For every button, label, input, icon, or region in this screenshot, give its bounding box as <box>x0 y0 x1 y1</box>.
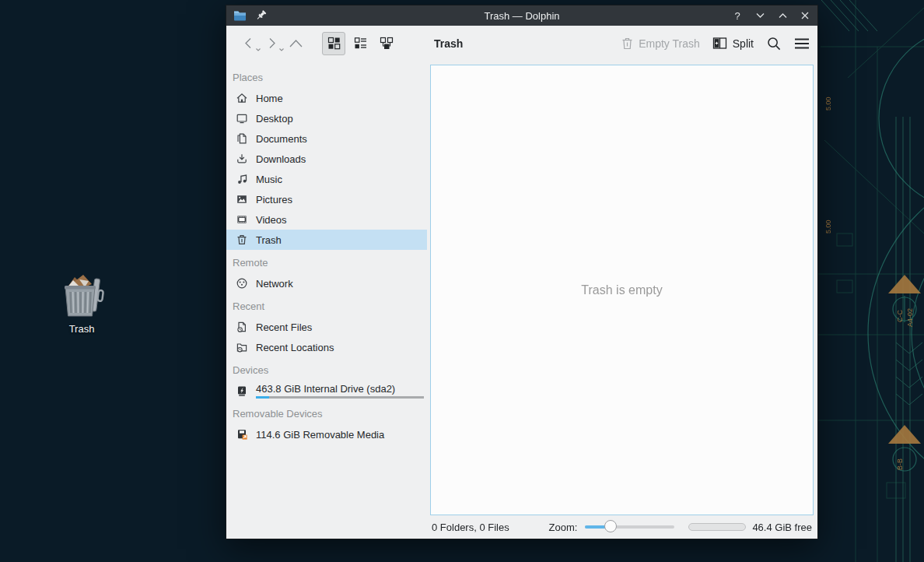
network-icon <box>236 277 248 290</box>
sidebar-item-label: 463.8 GiB Internal Drive (sda2) <box>256 383 395 395</box>
details-view-icon <box>354 37 367 50</box>
window-folder-icon <box>233 10 247 21</box>
trash-icon <box>236 234 248 246</box>
sidebar-item-label: Recent Locations <box>256 342 334 353</box>
details-view-button[interactable] <box>348 32 372 55</box>
hard-drive-icon <box>236 385 248 397</box>
split-button[interactable]: Split <box>712 37 754 50</box>
tree-view-button[interactable] <box>375 32 398 55</box>
documents-icon <box>236 132 248 145</box>
section-places: Places <box>226 65 427 88</box>
sidebar-item-documents[interactable]: Documents <box>226 128 427 149</box>
search-icon <box>766 36 782 51</box>
drive-usage-bar <box>256 396 424 399</box>
sidebar-item-label: Network <box>256 278 293 290</box>
sidebar-item-recent-locations[interactable]: Recent Locations <box>226 337 427 357</box>
maximize-button[interactable] <box>777 10 788 21</box>
empty-trash-button[interactable]: Empty Trash <box>621 37 700 50</box>
statusbar: 0 Folders, 0 Files Zoom: 46.4 GiB free <box>430 515 814 539</box>
removable-media-icon <box>236 428 248 441</box>
sidebar-item-label: Documents <box>256 133 307 145</box>
hamburger-menu-icon <box>794 37 810 50</box>
svg-text:B-B: B-B <box>896 458 904 470</box>
section-removable-devices: Removable Devices <box>226 401 427 424</box>
pin-icon[interactable] <box>256 10 268 22</box>
videos-icon <box>236 213 248 226</box>
up-button[interactable] <box>289 38 303 48</box>
icons-view-icon <box>327 37 341 50</box>
sidebar-item-trash[interactable]: Trash <box>226 230 427 250</box>
sidebar-item-label: Videos <box>256 214 287 226</box>
sidebar-item-label: Home <box>256 93 283 104</box>
sidebar-item-music[interactable]: Music <box>226 169 427 189</box>
desktop-icon <box>236 112 248 125</box>
forward-history-caret-icon <box>278 47 285 52</box>
minimize-button[interactable] <box>754 10 765 21</box>
sidebar-item-desktop[interactable]: Desktop <box>226 108 427 128</box>
forward-button[interactable] <box>265 37 278 50</box>
empty-trash-label: Empty Trash <box>639 37 700 50</box>
zoom-label: Zoom: <box>549 522 578 533</box>
folder-view[interactable]: Trash is empty <box>430 65 814 515</box>
empty-trash-icon <box>621 37 633 50</box>
back-button[interactable] <box>242 37 255 50</box>
svg-text:A4-02: A4-02 <box>906 308 914 327</box>
sidebar-item-pictures[interactable]: Pictures <box>226 189 427 209</box>
trash-full-icon <box>58 271 106 321</box>
section-recent: Recent <box>226 293 427 317</box>
sidebar-item-downloads[interactable]: Downloads <box>226 149 427 169</box>
hamburger-menu-button[interactable] <box>794 37 810 50</box>
location-breadcrumb[interactable]: Trash <box>434 37 463 50</box>
tree-view-icon <box>380 37 394 50</box>
desktop-trash-label: Trash <box>45 323 118 335</box>
desktop-trash-icon[interactable]: Trash <box>45 271 118 335</box>
icons-view-button[interactable] <box>322 32 345 55</box>
free-space-bar <box>688 523 746 531</box>
items-summary: 0 Folders, 0 Files <box>432 522 509 533</box>
sidebar-item-label: Recent Files <box>256 321 312 333</box>
split-label: Split <box>733 37 754 50</box>
svg-text:5.00: 5.00 <box>824 220 832 234</box>
recent-files-icon <box>236 321 248 333</box>
free-space-label: 46.4 GiB free <box>752 522 812 533</box>
section-remote: Remote <box>226 250 427 273</box>
music-icon <box>236 173 248 185</box>
dolphin-window: Trash — Dolphin ? <box>226 5 818 539</box>
search-button[interactable] <box>766 36 782 51</box>
downloads-icon <box>236 153 248 165</box>
sidebar-item-home[interactable]: Home <box>226 88 427 108</box>
pictures-icon <box>236 193 248 205</box>
sidebar-item-label: Music <box>256 174 282 185</box>
sidebar-item-removable-media[interactable]: 114.6 GiB Removable Media <box>226 424 427 444</box>
help-button[interactable]: ? <box>732 10 743 21</box>
svg-text:5.00: 5.00 <box>824 97 832 111</box>
close-button[interactable] <box>800 10 810 21</box>
zoom-slider-handle[interactable] <box>604 520 617 532</box>
recent-locations-icon <box>236 341 248 353</box>
section-devices: Devices <box>226 357 427 381</box>
sidebar-item-label: Trash <box>256 234 282 246</box>
sidebar-item-internal-drive[interactable]: 463.8 GiB Internal Drive (sda2) <box>226 381 427 401</box>
sidebar-item-videos[interactable]: Videos <box>226 209 427 230</box>
sidebar-item-label: 114.6 GiB Removable Media <box>256 429 384 441</box>
toolbar: Trash Empty Trash Split <box>226 26 817 61</box>
sidebar-item-label: Desktop <box>256 113 293 125</box>
zoom-slider[interactable] <box>585 520 674 534</box>
svg-text:C-C: C-C <box>896 310 904 322</box>
split-view-icon <box>712 37 727 50</box>
window-title: Trash — Dolphin <box>226 10 817 22</box>
sidebar-item-label: Downloads <box>256 153 306 165</box>
empty-folder-message: Trash is empty <box>581 283 662 297</box>
sidebar-item-network[interactable]: Network <box>226 273 427 293</box>
back-history-caret-icon <box>255 47 261 52</box>
sidebar-item-recent-files[interactable]: Recent Files <box>226 317 427 337</box>
zoom-slider-track <box>585 525 674 529</box>
drive-usage-fill <box>256 396 269 399</box>
titlebar[interactable]: Trash — Dolphin ? <box>226 5 817 26</box>
places-panel: Places Home Desk <box>226 61 427 539</box>
sidebar-item-label: Pictures <box>256 194 292 205</box>
home-icon <box>236 92 248 104</box>
